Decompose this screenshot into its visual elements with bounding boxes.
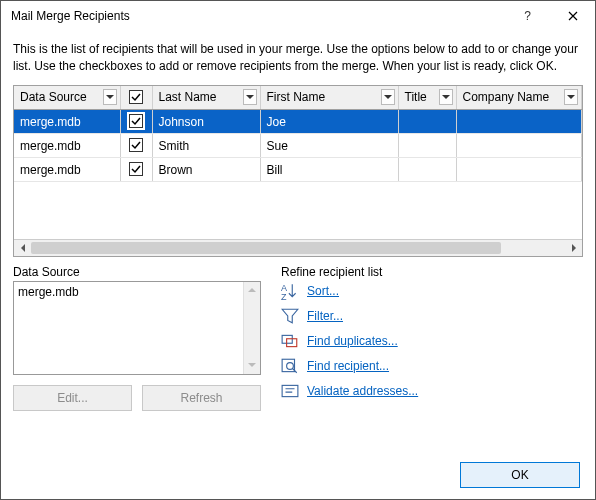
refresh-button[interactable]: Refresh xyxy=(142,385,261,411)
column-label: Last Name xyxy=(159,90,217,104)
filter-link-row: Filter... xyxy=(281,308,583,324)
help-button[interactable]: ? xyxy=(505,1,550,31)
cell-checkbox[interactable] xyxy=(120,158,152,182)
validate-link[interactable]: Validate addresses... xyxy=(307,384,418,398)
cell-data-source: merge.mdb xyxy=(14,110,120,134)
scroll-thumb[interactable] xyxy=(31,242,501,254)
cell-checkbox[interactable] xyxy=(120,134,152,158)
edit-button[interactable]: Edit... xyxy=(13,385,132,411)
scroll-up-icon[interactable] xyxy=(244,282,261,299)
cell-checkbox[interactable] xyxy=(120,110,152,134)
svg-rect-4 xyxy=(282,359,294,371)
data-source-listbox[interactable]: merge.mdb xyxy=(13,281,261,375)
svg-rect-6 xyxy=(282,385,298,396)
table-row[interactable]: merge.mdbSmithSue xyxy=(14,134,582,158)
find-recipient-link-row: Find recipient... xyxy=(281,358,583,374)
scroll-down-icon[interactable] xyxy=(244,357,261,374)
column-header-title[interactable]: Title xyxy=(398,86,456,110)
cell-company-name xyxy=(456,158,582,182)
cell-data-source: merge.mdb xyxy=(14,158,120,182)
scroll-right-icon[interactable] xyxy=(565,239,582,256)
dropdown-icon[interactable] xyxy=(564,89,578,105)
table-row[interactable]: merge.mdbBrownBill xyxy=(14,158,582,182)
cell-last-name: Johnson xyxy=(152,110,260,134)
column-header-company-name[interactable]: Company Name xyxy=(456,86,582,110)
scroll-left-icon[interactable] xyxy=(14,239,31,256)
dropdown-icon[interactable] xyxy=(103,89,117,105)
cell-data-source: merge.mdb xyxy=(14,134,120,158)
column-header-last-name[interactable]: Last Name xyxy=(152,86,260,110)
sort-icon: AZ xyxy=(281,283,299,299)
dropdown-icon[interactable] xyxy=(243,89,257,105)
sort-link-row: AZ Sort... xyxy=(281,283,583,299)
filter-link[interactable]: Filter... xyxy=(307,309,343,323)
scroll-track[interactable] xyxy=(31,240,565,256)
table-row[interactable]: merge.mdbJohnsonJoe xyxy=(14,110,582,134)
close-icon xyxy=(568,11,578,21)
find-recipient-link[interactable]: Find recipient... xyxy=(307,359,389,373)
validate-icon xyxy=(281,383,299,399)
cell-title xyxy=(398,134,456,158)
dropdown-icon[interactable] xyxy=(381,89,395,105)
checkbox-icon[interactable] xyxy=(129,114,143,128)
ok-button[interactable]: OK xyxy=(460,462,580,488)
vertical-scrollbar[interactable] xyxy=(243,282,260,374)
data-source-label: Data Source xyxy=(13,265,261,279)
validate-link-row: Validate addresses... xyxy=(281,383,583,399)
cell-company-name xyxy=(456,134,582,158)
cell-company-name xyxy=(456,110,582,134)
find-duplicates-link-row: Find duplicates... xyxy=(281,333,583,349)
window-title: Mail Merge Recipients xyxy=(11,9,505,23)
column-label: Title xyxy=(405,90,427,104)
column-header-data-source[interactable]: Data Source xyxy=(14,86,120,110)
close-button[interactable] xyxy=(550,1,595,31)
instructions-text: This is the list of recipients that will… xyxy=(13,41,583,75)
checkbox-icon[interactable] xyxy=(129,162,143,176)
checkbox-icon xyxy=(129,90,143,104)
cell-title xyxy=(398,110,456,134)
filter-icon xyxy=(281,308,299,324)
cell-first-name: Joe xyxy=(260,110,398,134)
cell-last-name: Smith xyxy=(152,134,260,158)
list-item[interactable]: merge.mdb xyxy=(18,285,256,299)
cell-first-name: Bill xyxy=(260,158,398,182)
horizontal-scrollbar[interactable] xyxy=(14,239,582,256)
duplicates-icon xyxy=(281,333,299,349)
find-icon xyxy=(281,358,299,374)
recipients-grid[interactable]: Data Source Last Name First Name xyxy=(13,85,583,257)
column-label: Company Name xyxy=(463,90,550,104)
checkbox-icon[interactable] xyxy=(129,138,143,152)
column-header-checkbox[interactable] xyxy=(120,86,152,110)
find-duplicates-link[interactable]: Find duplicates... xyxy=(307,334,398,348)
sort-link[interactable]: Sort... xyxy=(307,284,339,298)
titlebar: Mail Merge Recipients ? xyxy=(1,1,595,31)
dropdown-icon[interactable] xyxy=(439,89,453,105)
svg-text:Z: Z xyxy=(281,292,287,300)
column-label: First Name xyxy=(267,90,326,104)
column-label: Data Source xyxy=(20,90,87,104)
question-icon: ? xyxy=(524,9,531,23)
cell-title xyxy=(398,158,456,182)
refine-label: Refine recipient list xyxy=(281,265,583,279)
column-header-row: Data Source Last Name First Name xyxy=(14,86,582,110)
cell-last-name: Brown xyxy=(152,158,260,182)
grid-body: merge.mdbJohnsonJoemerge.mdbSmithSuemerg… xyxy=(14,110,582,182)
column-header-first-name[interactable]: First Name xyxy=(260,86,398,110)
cell-first-name: Sue xyxy=(260,134,398,158)
